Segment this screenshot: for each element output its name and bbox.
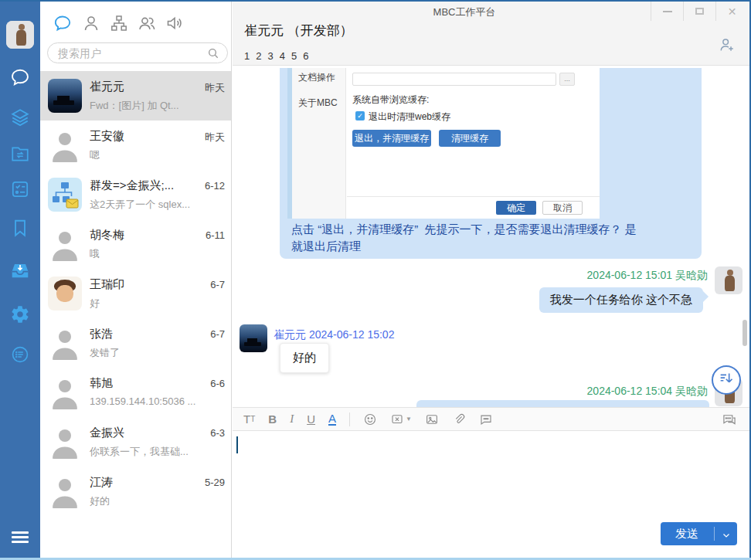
mbc-window: 崔元元 昨天 Fwd：[图片] 加 Qt... 王安徽 昨天 嗯 群发=>金振兴… [0, 0, 751, 560]
contact-date: 6-6 [210, 378, 225, 389]
font-size-button[interactable]: TT [243, 412, 255, 426]
screenshot-settings-nav [292, 68, 346, 219]
contact-row[interactable]: 王安徽 昨天 嗯 [40, 120, 231, 170]
emoji-button[interactable] [363, 412, 377, 426]
minimize-button[interactable] [651, 2, 683, 21]
tab-4[interactable]: 4 [280, 50, 285, 62]
checklist-icon [10, 179, 30, 202]
search-icon[interactable] [207, 47, 219, 59]
contact-avatar [48, 425, 82, 459]
settings-footer-divider [347, 196, 600, 197]
contact-avatar [48, 79, 82, 113]
tab-5[interactable]: 5 [291, 50, 297, 62]
send-options-icon[interactable] [722, 529, 731, 538]
contact-preview: 哦 [90, 247, 100, 261]
chat-history-button[interactable] [722, 412, 737, 428]
toolbar-divider [349, 412, 350, 426]
contact-row[interactable]: 群发=>金振兴;... 6-12 这2天弄了一个 sqlex... [40, 170, 231, 219]
send-label: 发送 [661, 522, 713, 545]
image-button[interactable] [425, 412, 439, 426]
attachment-button[interactable] [452, 412, 466, 426]
tab-org-structure[interactable] [110, 14, 128, 32]
settings-ok-button: 确定 [496, 201, 536, 215]
tab-contacts[interactable] [82, 14, 100, 32]
contact-name: 王瑞印 [90, 277, 124, 292]
gear-icon [10, 304, 30, 328]
message-bubble-screenshot: 文档操作 关于MBC ... 系统自带浏览缓存: ✓ 退出时清理web缓存 退出… [280, 68, 702, 259]
contact-date: 昨天 [205, 131, 225, 144]
tab-3[interactable]: 3 [267, 50, 273, 62]
underline-button[interactable]: U [307, 412, 315, 426]
chat-panel: MBC工作平台 ✕ 崔元元 （开发部） 1 2 3 4 5 6 [233, 0, 749, 558]
contact-date: 6-12 [205, 180, 225, 192]
scroll-to-bottom-button[interactable] [712, 365, 741, 395]
contact-preview: 发错了 [90, 346, 120, 360]
settings-browse-button: ... [559, 73, 575, 86]
message-input[interactable]: 发送 [233, 432, 749, 558]
message-dots-button[interactable] [479, 412, 493, 426]
contact-row[interactable]: 金振兴 6-3 你联系一下，我基础... [40, 417, 231, 467]
contact-avatar [48, 227, 82, 261]
screenshot-dropdown-icon[interactable]: ▼ [406, 416, 412, 423]
scroll-to-bottom-icon [718, 370, 735, 390]
chat-scrollbar-thumb[interactable] [743, 320, 747, 346]
contact-preview: 你联系一下，我基础... [90, 445, 189, 459]
italic-button[interactable]: I [290, 412, 294, 426]
screenshot-button[interactable]: ▼ [390, 412, 412, 426]
main-menu-button[interactable] [12, 531, 29, 545]
tab-groups[interactable] [138, 14, 156, 32]
sender-avatar[interactable] [715, 266, 743, 294]
message-list: 文档操作 关于MBC ... 系统自带浏览缓存: ✓ 退出时清理web缓存 退出… [233, 66, 749, 407]
tab-2[interactable]: 2 [256, 50, 261, 62]
chat-title: 崔元元 （开发部） [244, 22, 353, 39]
rail-tasks-item[interactable] [9, 180, 31, 202]
bold-button[interactable]: B [268, 412, 277, 426]
rail-settings-item[interactable] [9, 305, 31, 327]
close-button[interactable]: ✕ [715, 2, 748, 21]
message-bubble-sent: 我发一个任务给你 这个不急 [539, 287, 703, 313]
contact-row[interactable]: 崔元元 昨天 Fwd：[图片] 加 Qt... [40, 71, 231, 120]
search-user-box [47, 42, 228, 63]
contact-preview: 139.159.144.10:5036 ... [90, 395, 195, 407]
settings-path-input [352, 73, 556, 86]
search-input[interactable] [58, 45, 205, 61]
message-timestamp: 2024-06-12 15:01 吴晗勋 [587, 269, 708, 283]
contact-row[interactable]: 张浩 6-7 发错了 [40, 318, 231, 368]
font-color-button[interactable]: A [328, 412, 336, 426]
folder-transfer-icon [10, 144, 30, 167]
add-user-icon[interactable] [719, 36, 736, 53]
my-avatar-image [6, 21, 34, 49]
tab-6[interactable]: 6 [303, 50, 308, 62]
send-divider [714, 527, 715, 541]
embedded-screenshot[interactable]: 文档操作 关于MBC ... 系统自带浏览缓存: ✓ 退出时清理web缓存 退出… [287, 68, 600, 219]
message-bubble-received: 好的 [280, 343, 329, 373]
rail-chat-item[interactable] [9, 68, 31, 90]
contact-row[interactable]: 江涛 5-29 好的 [40, 467, 231, 516]
tab-1[interactable]: 1 [244, 50, 250, 62]
message-caption: 点击 “退出，并清理缓存” 先提示一下，是否需要退出清理缓存？ 是就退出后清理 [291, 221, 695, 255]
rail-bookmark-item[interactable] [9, 219, 31, 240]
maximize-button[interactable] [683, 2, 715, 21]
contact-row[interactable]: 韩旭 6-6 139.159.144.10:5036 ... [40, 368, 231, 417]
contact-list: 崔元元 昨天 Fwd：[图片] 加 Qt... 王安徽 昨天 嗯 群发=>金振兴… [40, 71, 231, 558]
contact-row[interactable]: 胡冬梅 6-11 哦 [40, 219, 231, 269]
my-avatar[interactable] [6, 21, 34, 49]
contact-row[interactable]: 王瑞印 6-7 好 [40, 269, 231, 318]
contact-preview: Fwd：[图片] 加 Qt... [90, 99, 179, 113]
chat-bubble-icon [10, 67, 30, 90]
tab-announcements[interactable] [165, 14, 184, 32]
peer-avatar[interactable] [240, 324, 267, 352]
left-rail [0, 0, 40, 560]
settings-cancel-button: 取消 [542, 201, 583, 215]
contact-preview: 好的 [90, 494, 110, 508]
rail-layers-item[interactable] [9, 108, 31, 130]
inbox-download-icon [10, 260, 30, 283]
rail-feed-item[interactable] [9, 345, 31, 367]
rail-inbox-item[interactable] [9, 261, 31, 283]
window-title: MBC工作平台 [325, 5, 603, 19]
rail-folder-item[interactable] [9, 144, 31, 166]
contact-name: 江涛 [90, 475, 113, 490]
send-button[interactable]: 发送 [661, 522, 737, 545]
contact-avatar-group [48, 178, 82, 212]
tab-chats[interactable] [53, 14, 72, 32]
